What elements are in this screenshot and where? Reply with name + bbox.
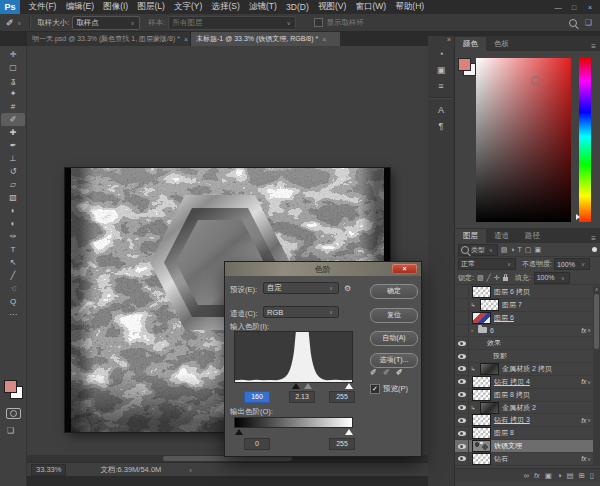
layer-row[interactable]: 图层 6 <box>455 312 593 325</box>
input-white-field[interactable]: 255 <box>329 391 355 403</box>
panel-menu-icon[interactable]: ≡ <box>591 42 600 51</box>
menu-item-help[interactable]: 帮助(H) <box>391 1 429 13</box>
menu-item-view[interactable]: 视图(V) <box>313 1 351 13</box>
workspace-icon[interactable]: ❏ <box>585 18 592 27</box>
layer-name[interactable]: 铁锈文理 <box>494 441 522 451</box>
black-eyedropper-icon[interactable]: ✐ <box>370 368 377 377</box>
color-marker[interactable] <box>531 76 540 85</box>
auto-button[interactable]: 自动(A) <box>370 331 418 346</box>
blur-tool[interactable]: ◗ <box>0 204 26 217</box>
input-black-field[interactable]: 160 <box>244 391 270 403</box>
menu-item-window[interactable]: 窗口(W) <box>351 1 391 13</box>
reset-button[interactable]: 复位 <box>370 308 418 323</box>
styles-panel-icon[interactable]: ▣ <box>428 62 454 78</box>
quick-selection-tool[interactable]: ✦ <box>0 87 26 100</box>
fill-select[interactable]: 100% ∨ <box>534 272 570 284</box>
gray-eyedropper-icon[interactable]: ✐ <box>383 368 390 377</box>
menu-item-layer[interactable]: 图层(L) <box>133 1 170 13</box>
fx-badge[interactable]: fx <box>581 455 586 462</box>
visibility-toggle[interactable] <box>455 453 469 465</box>
paragraph-panel-icon[interactable]: ¶ <box>428 118 454 134</box>
status-chevron-icon[interactable]: › <box>189 466 192 475</box>
layer-name[interactable]: 图层 8 <box>494 428 514 438</box>
eyedropper-tool[interactable]: ✐ <box>1 113 25 126</box>
layer-thumbnail[interactable] <box>472 286 491 298</box>
menu-item-type[interactable]: 文字(Y) <box>169 1 207 13</box>
lock-move-icon[interactable]: ✛ <box>494 274 500 282</box>
eyedropper-tool-icon[interactable]: ✐ <box>6 18 14 28</box>
close-tab-icon[interactable]: × <box>322 36 326 43</box>
tab-channels[interactable]: 通道 <box>486 229 517 243</box>
ok-button[interactable]: 确定 <box>370 284 418 299</box>
type-tool[interactable]: T <box>0 243 26 256</box>
layer-name[interactable]: 金属材质 2 <box>502 403 536 413</box>
filter-pixel-icon[interactable]: ▨ <box>501 246 508 254</box>
visibility-toggle[interactable] <box>455 414 469 426</box>
opacity-select[interactable]: 100% ∨ <box>554 258 590 270</box>
dialog-title-bar[interactable]: 色阶 × <box>225 262 421 276</box>
fx-badge[interactable]: fx <box>581 327 586 334</box>
black-point-slider[interactable] <box>292 383 300 389</box>
chevron-down-icon[interactable]: ∨ <box>587 379 591 385</box>
document-tab-active[interactable]: 未标题-1 @ 33.3% (铁锈文理, RGB/8) * × <box>191 32 340 46</box>
close-tab-icon[interactable]: × <box>184 36 188 43</box>
line-tool[interactable]: ╱ <box>0 269 26 282</box>
saturation-brightness-field[interactable] <box>476 58 571 222</box>
layer-name[interactable]: 钻石 拷贝 3 <box>494 415 530 425</box>
fx-badge[interactable]: fx <box>581 417 586 424</box>
tab-swatches[interactable]: 色板 <box>486 37 517 51</box>
layer-name[interactable]: 图层 7 <box>502 300 522 310</box>
hand-tool[interactable]: ☜ <box>0 282 26 295</box>
zoom-tool[interactable]: Q <box>0 295 26 308</box>
layer-row[interactable]: 钻石 拷贝 4 fx ∨ <box>455 376 593 389</box>
layer-name[interactable]: 钻石 拷贝 4 <box>494 377 530 387</box>
visibility-toggle[interactable] <box>455 389 469 401</box>
marquee-tool[interactable]: ▢ <box>0 61 26 74</box>
visibility-toggle[interactable] <box>455 350 469 362</box>
layer-row[interactable]: ↳ 金属材质 2 <box>455 402 593 415</box>
tab-color[interactable]: 颜色 <box>455 37 486 51</box>
output-slider-track[interactable] <box>234 429 353 437</box>
visibility-toggle[interactable] <box>455 337 469 349</box>
chevron-down-icon[interactable]: ∨ <box>587 417 591 423</box>
healing-brush-tool[interactable]: ✚ <box>0 126 26 139</box>
output-black-slider[interactable] <box>235 429 243 435</box>
brush-tool[interactable]: ✒ <box>0 139 26 152</box>
tab-layers[interactable]: 图层 <box>455 229 486 243</box>
layer-thumbnail[interactable] <box>472 389 491 401</box>
output-white-field[interactable]: 255 <box>329 438 355 450</box>
collapse-panels-icon[interactable]: » <box>428 36 454 46</box>
layer-row[interactable]: 钻石 fx ∨ <box>455 453 593 466</box>
history-brush-tool[interactable]: ↺ <box>0 165 26 178</box>
crop-tool[interactable]: # <box>0 100 26 113</box>
filter-toggle[interactable] <box>592 247 597 252</box>
visibility-toggle[interactable] <box>455 427 469 439</box>
new-group-icon[interactable]: ▤ <box>566 471 573 480</box>
channel-select[interactable]: RGB ∨ <box>263 306 339 318</box>
layer-row[interactable]: 图层 8 <box>455 427 593 440</box>
clone-stamp-tool[interactable]: ⊥ <box>0 152 26 165</box>
scrollbar-thumb[interactable] <box>594 294 599 349</box>
filter-type-select[interactable]: 类型 ∨ <box>458 244 498 256</box>
delete-layer-icon[interactable]: ▯ <box>590 471 594 480</box>
document-tab-inactive[interactable]: 明一天.psd @ 33.3% (颜色查找 1, 图层蒙版/8) * × <box>27 32 191 46</box>
white-eyedropper-icon[interactable]: ✐ <box>396 368 403 377</box>
layer-style-icon[interactable]: fx <box>534 471 540 480</box>
new-adjustment-layer-icon[interactable]: ◑ <box>557 471 562 480</box>
effects-label[interactable]: 效果 <box>487 338 501 348</box>
link-layers-icon[interactable]: ∞ <box>524 471 529 480</box>
layer-row[interactable]: 图层 6 拷贝 <box>455 286 593 299</box>
layer-row-selected[interactable]: 铁锈文理 <box>455 440 593 453</box>
sample-size-select[interactable]: 取样点 ∨ <box>72 16 140 30</box>
close-button[interactable]: × <box>583 2 597 13</box>
hue-marker[interactable] <box>576 214 580 220</box>
layer-name[interactable]: 图层 6 <box>494 313 514 323</box>
menu-item-image[interactable]: 图像(I) <box>99 1 133 13</box>
screen-mode-icon[interactable]: ❏ <box>7 426 14 435</box>
layer-thumbnail[interactable] <box>480 402 499 414</box>
edit-toolbar-icon[interactable]: ⋯ <box>0 308 26 321</box>
chevron-down-icon[interactable]: ∨ <box>18 20 22 26</box>
layer-thumbnail[interactable] <box>472 453 491 465</box>
layer-thumbnail[interactable] <box>472 376 491 388</box>
chevron-down-icon[interactable]: ∨ <box>587 456 591 462</box>
